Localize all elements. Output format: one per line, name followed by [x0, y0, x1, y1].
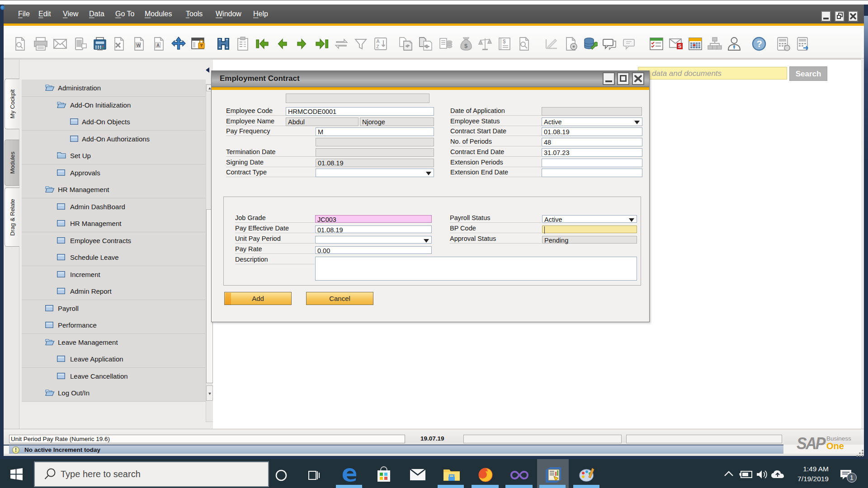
svg-text:Z: Z — [376, 44, 379, 49]
svg-text:$: $ — [464, 42, 468, 49]
svg-text:S: S — [678, 43, 681, 49]
svg-text:?: ? — [757, 39, 762, 49]
svg-text:A: A — [376, 38, 380, 44]
svg-text:A: A — [156, 43, 160, 48]
svg-text:$: $ — [503, 38, 506, 45]
svg-text:W: W — [137, 43, 141, 48]
